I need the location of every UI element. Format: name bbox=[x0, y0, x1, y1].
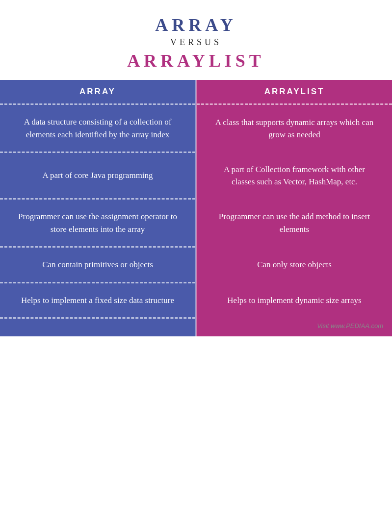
footer-row: Visit www.PEDIAA.com bbox=[0, 318, 392, 336]
col1-header: ARRAY bbox=[0, 80, 196, 104]
cell-array-3: Can contain primitives or objects bbox=[0, 247, 196, 283]
cell-arraylist-4: Helps to implement dynamic size arrays bbox=[196, 282, 392, 318]
comparison-table: ARRAY ARRAYLIST A data structure consist… bbox=[0, 80, 392, 336]
title-arraylist: ARRAYLIST bbox=[10, 51, 382, 71]
table-row: A part of core Java programmingA part of… bbox=[0, 152, 392, 199]
page-header: ARRAY VERSUS ARRAYLIST bbox=[0, 0, 392, 80]
table-row: Can contain primitives or objectsCan onl… bbox=[0, 247, 392, 283]
title-array: ARRAY bbox=[10, 15, 382, 35]
cell-arraylist-3: Can only store objects bbox=[196, 247, 392, 283]
col2-header: ARRAYLIST bbox=[196, 80, 392, 104]
cell-array-2: Programmer can use the assignment operat… bbox=[0, 199, 196, 247]
table-row: Helps to implement a fixed size data str… bbox=[0, 282, 392, 318]
footer-empty bbox=[0, 318, 196, 336]
cell-arraylist-1: A part of Collection framework with othe… bbox=[196, 152, 392, 199]
cell-array-1: A part of core Java programming bbox=[0, 152, 196, 199]
cell-arraylist-2: Programmer can use the add method to ins… bbox=[196, 199, 392, 247]
watermark: Visit www.PEDIAA.com bbox=[196, 318, 392, 336]
title-versus: VERSUS bbox=[10, 37, 382, 48]
cell-array-4: Helps to implement a fixed size data str… bbox=[0, 282, 196, 318]
table-row: A data structure consisting of a collect… bbox=[0, 104, 392, 152]
cell-array-0: A data structure consisting of a collect… bbox=[0, 104, 196, 152]
cell-arraylist-0: A class that supports dynamic arrays whi… bbox=[196, 104, 392, 152]
table-row: Programmer can use the assignment operat… bbox=[0, 199, 392, 247]
